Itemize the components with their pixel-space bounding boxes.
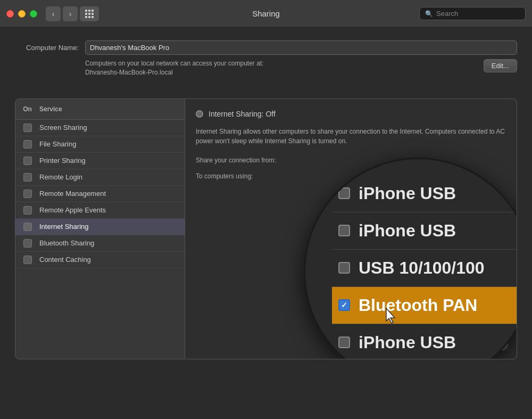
sidebar-item-bluetooth-sharing[interactable]: Bluetooth Sharing [15,235,185,252]
search-icon: 🔍 [425,10,433,18]
computer-name-row: Computer Name: [15,40,517,55]
minimize-button[interactable] [18,10,26,18]
mag-checkbox-1[interactable] [338,225,350,236]
checkbox-remote-management[interactable] [23,190,32,198]
checkbox-remote-apple-events[interactable] [23,206,32,215]
mag-list-item-bluetooth-pan[interactable]: ✓ Bluetooth PAN [332,287,517,324]
checkmark-icon: ✓ [341,301,347,309]
search-bar[interactable]: 🔍 [419,7,526,20]
magnified-dropdown-overlay: iPhone USB iPhone USB USB 10/100/100 ✓ [304,158,517,359]
checkbox-internet-sharing[interactable] [23,223,32,231]
checkbox-bluetooth-sharing[interactable] [23,239,32,248]
mag-item-text-4: iPhone USB [359,333,456,352]
mag-item-text-0: iPhone USB [359,184,456,203]
mag-list-item-4[interactable]: iPhone USB [332,324,517,359]
checkbox-content-caching[interactable] [23,256,32,264]
sidebar-item-content-caching[interactable]: Content Caching [15,252,185,268]
to-computers-label: To computers using: [196,170,253,180]
mag-item-text-2: USB 10/100/100 [359,258,485,278]
titlebar: ‹ › Sharing 🔍 [0,0,532,28]
maximize-button[interactable] [30,10,37,18]
service-label-screen-sharing: Screen Sharing [39,124,185,132]
network-text: Computers on your local network can acce… [85,59,475,77]
service-label-internet-sharing: Internet Sharing [39,223,185,231]
mag-item-text-1: iPhone USB [359,221,456,241]
sidebar-item-remote-management[interactable]: Remote Management [15,186,185,202]
window-title: Sharing [252,9,280,18]
mag-list-item-0[interactable]: iPhone USB [332,175,517,212]
service-label-file-sharing: File Sharing [39,140,185,148]
grid-button[interactable] [80,6,99,21]
checkbox-printer-sharing[interactable] [23,157,32,165]
forward-button[interactable]: › [63,6,78,21]
sidebar-item-file-sharing[interactable]: File Sharing [15,136,185,153]
share-from-label: Share your connection from: [196,157,276,164]
computer-name-label: Computer Name: [15,44,79,52]
mag-list-item-1[interactable]: iPhone USB [332,212,517,250]
traffic-lights [6,10,37,18]
checkbox-screen-sharing[interactable] [23,124,32,132]
close-button[interactable] [6,10,14,18]
sidebar-item-internet-sharing[interactable]: Internet Sharing [15,219,185,235]
sharing-status-row: Internet Sharing: Off [196,110,506,118]
main-content: Computer Name: Computers on your local n… [0,28,532,98]
checkbox-file-sharing[interactable] [23,140,32,149]
checkbox-remote-login[interactable] [23,173,32,182]
sidebar-item-screen-sharing[interactable]: Screen Sharing [15,120,185,136]
back-button[interactable]: ‹ [46,6,61,21]
sidebar-item-printer-sharing[interactable]: Printer Sharing [15,153,185,169]
mag-checkbox-0[interactable] [338,187,350,199]
lower-area: On Service Screen Sharing File Sharing P… [15,98,517,359]
service-label-remote-management: Remote Management [39,190,185,198]
service-label-remote-login: Remote Login [39,173,185,181]
magnified-list: iPhone USB iPhone USB USB 10/100/100 ✓ [332,175,517,359]
sidebar: On Service Screen Sharing File Sharing P… [15,98,185,359]
main-panel: Internet Sharing: Off Internet Sharing a… [185,98,517,359]
mag-list-item-2[interactable]: USB 10/100/100 [332,250,517,287]
search-input[interactable] [436,10,520,18]
edit-button[interactable]: Edit... [484,59,517,72]
mag-checkbox-4[interactable] [338,336,350,348]
mag-checkbox-2[interactable] [338,262,350,274]
service-label-remote-apple-events: Remote Apple Events [39,206,185,214]
network-info: Computers on your local network can acce… [15,59,517,77]
sharing-status-text: Internet Sharing: Off [209,110,276,118]
mag-item-text-bluetooth-pan: Bluetooth PAN [359,295,477,315]
service-label-bluetooth-sharing: Bluetooth Sharing [39,239,185,247]
share-from-row: Share your connection from: [196,157,506,164]
service-label-content-caching: Content Caching [39,256,185,264]
sidebar-header-service: Service [39,103,185,115]
mag-checkbox-bluetooth-pan[interactable]: ✓ [338,299,350,311]
computer-name-input[interactable] [85,40,517,55]
sidebar-item-remote-login[interactable]: Remote Login [15,169,185,186]
sidebar-item-remote-apple-events[interactable]: Remote Apple Events [15,202,185,219]
status-indicator [196,110,203,118]
sharing-description: Internet Sharing allows other computers … [196,127,506,146]
nav-buttons: ‹ › [46,6,78,21]
sidebar-header-on: On [15,103,39,115]
service-label-printer-sharing: Printer Sharing [39,157,185,165]
grid-icon [85,10,94,18]
sidebar-header: On Service [15,99,185,120]
